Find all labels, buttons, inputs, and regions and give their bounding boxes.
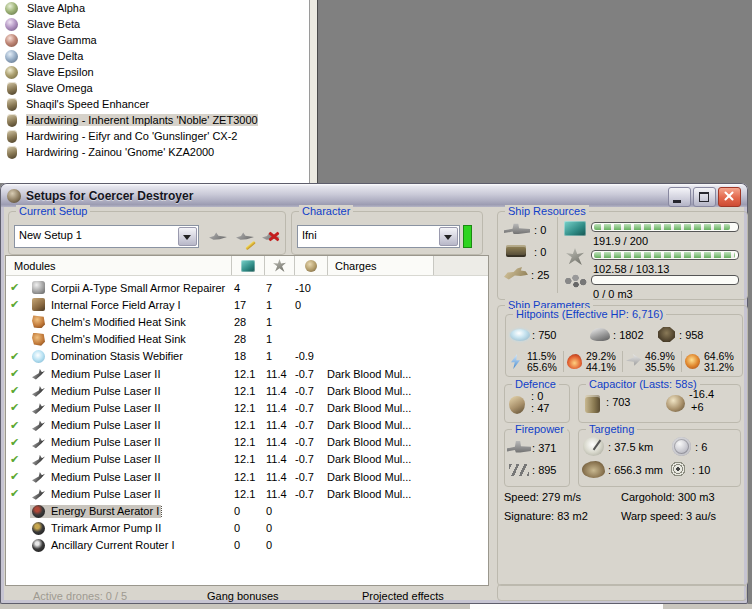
- implant-list-scrollbar[interactable]: [310, 0, 318, 183]
- list-item[interactable]: Shaqil's Speed Enhancer: [0, 96, 309, 112]
- list-item[interactable]: Slave Beta: [0, 16, 309, 32]
- active-drones-label: Active drones: 0 / 5: [33, 590, 127, 602]
- cpu-column-header[interactable]: [231, 256, 264, 275]
- signature-text: Signature: 83 m2: [504, 510, 588, 522]
- list-item[interactable]: Hardwiring - Zainou 'Gnome' KZA2000: [0, 144, 309, 160]
- module-row[interactable]: ✔Medium Pulse Laser II12.111.4-0.7Dark B…: [6, 485, 488, 502]
- module-cap-use: -0.7: [288, 488, 320, 500]
- module-row[interactable]: ✔Medium Pulse Laser II12.111.4-0.7Dark B…: [6, 417, 488, 434]
- module-row[interactable]: ✔Medium Pulse Laser II12.111.4-0.7Dark B…: [6, 365, 488, 382]
- module-row[interactable]: ✔Domination Stasis Webifier181-0.9: [6, 348, 488, 365]
- module-name: Corpii A-Type Small Armor Repairer: [51, 282, 225, 294]
- list-item-label: Shaqil's Speed Enhancer: [26, 98, 149, 110]
- module-name: Medium Pulse Laser II: [51, 385, 160, 397]
- minimize-button[interactable]: [668, 187, 691, 207]
- implant-icon: [7, 146, 17, 159]
- drone-bay-icon: [564, 274, 588, 288]
- module-name-wrap: Medium Pulse Laser II: [30, 367, 162, 380]
- character-dropdown[interactable]: Ifni: [297, 225, 460, 248]
- module-name-wrap: Medium Pulse Laser II: [30, 401, 162, 414]
- module-row[interactable]: ✔Medium Pulse Laser II12.111.4-0.7Dark B…: [6, 468, 488, 485]
- module-row[interactable]: ✔Medium Pulse Laser II12.111.4-0.7Dark B…: [6, 451, 488, 468]
- active-check-icon: ✔: [6, 402, 30, 413]
- module-row[interactable]: ✔Internal Force Field Array I1710: [6, 296, 488, 313]
- chevron-down-icon[interactable]: [439, 227, 458, 246]
- cargohold-text: Cargohold: 300 m3: [621, 491, 715, 503]
- module-name-cell: Medium Pulse Laser II: [30, 419, 227, 432]
- projected-effects-label[interactable]: Projected effects: [362, 590, 444, 602]
- window-titlebar[interactable]: Setups for Coercer Destroyer: [1, 184, 747, 207]
- character-status-bar: [463, 225, 472, 248]
- list-item-label: Slave Epsilon: [27, 66, 94, 78]
- module-name-cell: Medium Pulse Laser II: [30, 436, 227, 449]
- module-name: Domination Stasis Webifier: [51, 350, 183, 362]
- module-row[interactable]: ✔Medium Pulse Laser II12.111.4-0.7Dark B…: [6, 434, 488, 451]
- minimize-icon: [673, 200, 681, 203]
- module-name: Medium Pulse Laser II: [51, 419, 160, 431]
- module-row[interactable]: Energy Burst Aerator I00: [6, 502, 488, 519]
- volley-icon: [507, 439, 531, 456]
- armor-repairer-icon: [32, 281, 45, 294]
- list-item-label: Hardwiring - Inherent Implants 'Noble' Z…: [26, 114, 258, 126]
- app-icon: [7, 189, 21, 203]
- kinetic-resist-top: 46.9%: [645, 351, 675, 362]
- character-label: Character: [299, 205, 353, 218]
- list-item-label: Slave Delta: [27, 50, 83, 62]
- module-name: Medium Pulse Laser II: [51, 436, 160, 448]
- list-item[interactable]: Slave Epsilon: [0, 64, 309, 80]
- powergrid-column-header[interactable]: [264, 256, 294, 275]
- save-setup-button[interactable]: [206, 226, 230, 248]
- hitpoints-label: Hitpoints (Effective HP: 6,716): [513, 308, 666, 321]
- maximize-button[interactable]: [693, 187, 716, 207]
- scan-resolution-value: 10: [692, 464, 710, 476]
- module-cap-use: -0.7: [288, 436, 320, 448]
- module-row[interactable]: ✔Medium Pulse Laser II12.111.4-0.7Dark B…: [6, 382, 488, 399]
- modules-column-header[interactable]: Modules: [6, 256, 231, 275]
- module-row[interactable]: Ancillary Current Router I00: [6, 537, 488, 554]
- implant-list-rows: Slave AlphaSlave BetaSlave GammaSlave De…: [0, 0, 309, 160]
- explosive-resist-bottom: 31.2%: [704, 362, 734, 373]
- chevron-down-icon[interactable]: [178, 227, 197, 246]
- rename-setup-button[interactable]: [233, 226, 257, 248]
- module-powergrid: 0: [259, 505, 288, 517]
- module-row[interactable]: Trimark Armor Pump II00: [6, 520, 488, 537]
- capacitor-column-header[interactable]: [294, 256, 327, 275]
- thermal-resist-bottom: 44.1%: [586, 362, 616, 373]
- module-row[interactable]: ✔Medium Pulse Laser II12.111.4-0.7Dark B…: [6, 399, 488, 416]
- list-item[interactable]: Slave Delta: [0, 48, 309, 64]
- module-charges: Dark Blood Mul...: [320, 453, 418, 465]
- delete-setup-button[interactable]: [259, 226, 283, 248]
- explosive-resist-top: 64.6%: [704, 351, 734, 362]
- list-item[interactable]: Hardwiring - Inherent Implants 'Noble' Z…: [0, 112, 309, 128]
- list-item[interactable]: Slave Gamma: [0, 32, 309, 48]
- defence-groupbox: Defence 0 47: [504, 384, 570, 423]
- close-button[interactable]: [718, 187, 741, 207]
- gang-bonuses-label[interactable]: Gang bonuses: [207, 590, 279, 602]
- list-item[interactable]: Hardwiring - Eifyr and Co 'Gunslinger' C…: [0, 128, 309, 144]
- module-row[interactable]: Chelm's Modified Heat Sink281: [6, 313, 488, 330]
- module-cap-use: 0: [288, 299, 320, 311]
- module-powergrid: 1: [259, 316, 288, 328]
- armor-hp-value: 1802: [613, 329, 644, 341]
- module-row[interactable]: ✔Corpii A-Type Small Armor Repairer47-10: [6, 279, 488, 296]
- module-row[interactable]: Chelm's Modified Heat Sink281: [6, 331, 488, 348]
- rig-energy-icon: [32, 505, 45, 518]
- targeting-groupbox: Targeting 37.5 km 6 656.3 mm 10: [578, 429, 741, 487]
- list-item-label: Slave Beta: [27, 18, 80, 30]
- list-item[interactable]: Slave Omega: [0, 80, 309, 96]
- module-name-cell: Domination Stasis Webifier: [30, 350, 227, 363]
- module-name: Trimark Armor Pump II: [51, 522, 161, 534]
- implant-list: Slave AlphaSlave BetaSlave GammaSlave De…: [0, 0, 310, 183]
- current-setup-dropdown[interactable]: New Setup 1: [14, 225, 199, 248]
- list-item[interactable]: Slave Alpha: [0, 0, 309, 16]
- pulse-laser-icon: [32, 401, 45, 414]
- charges-column-header[interactable]: Charges: [327, 256, 433, 275]
- selected-module: Energy Burst Aerator I: [30, 505, 161, 518]
- cpu-bar: [591, 222, 739, 232]
- pulse-laser-icon: [32, 384, 45, 397]
- module-cpu: 0: [227, 522, 259, 534]
- module-cap-use: -0.7: [288, 471, 320, 483]
- skull-green-icon: [5, 2, 18, 15]
- explosive-resist-values: 64.6%31.2%: [704, 351, 734, 372]
- volley-value: 371: [532, 442, 556, 454]
